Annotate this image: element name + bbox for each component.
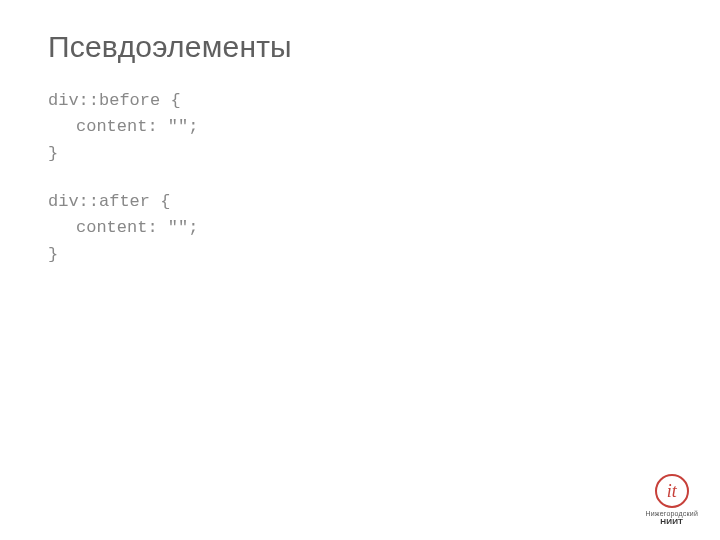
slide-title: Псевдоэлементы bbox=[48, 30, 672, 64]
slide: Псевдоэлементы div::before { content: ""… bbox=[0, 0, 720, 540]
logo: it Нижегородский НИИТ bbox=[645, 474, 698, 526]
logo-line2: НИИТ bbox=[645, 518, 698, 526]
code-line: } bbox=[48, 242, 672, 268]
logo-mark-icon: it bbox=[655, 474, 689, 508]
code-line: div::after { bbox=[48, 189, 672, 215]
code-area: div::before { content: ""; } div::after … bbox=[48, 88, 672, 268]
code-line: content: ""; bbox=[48, 215, 672, 241]
logo-text: Нижегородский НИИТ bbox=[645, 510, 698, 526]
code-line: content: ""; bbox=[48, 114, 672, 140]
code-line: div::before { bbox=[48, 88, 672, 114]
code-line: } bbox=[48, 141, 672, 167]
code-block-after: div::after { content: ""; } bbox=[48, 189, 672, 268]
code-block-before: div::before { content: ""; } bbox=[48, 88, 672, 167]
